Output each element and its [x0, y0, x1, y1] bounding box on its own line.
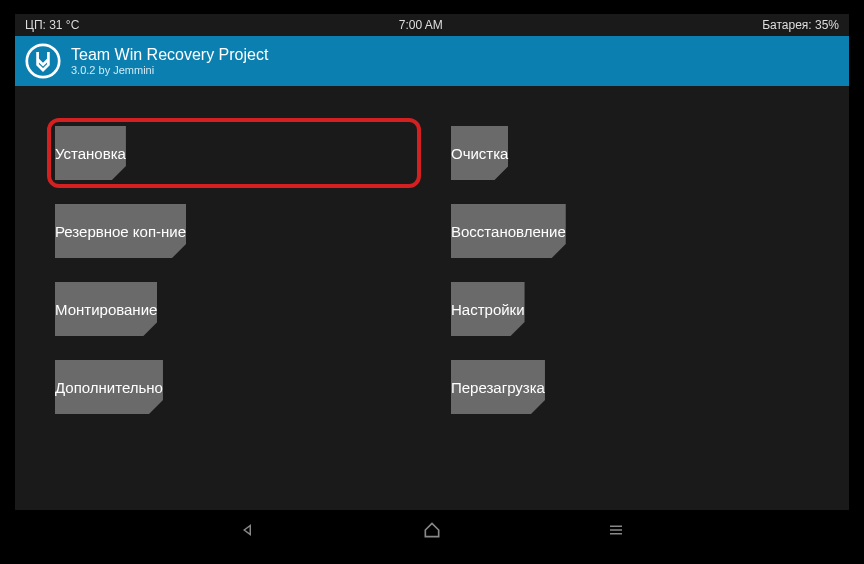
home-icon[interactable]: [420, 518, 444, 542]
main-menu: Установка Очистка Резервное коп-ние Восс…: [15, 86, 849, 434]
advanced-button[interactable]: Дополнительно: [55, 360, 163, 414]
backup-button[interactable]: Резервное коп-ние: [55, 204, 186, 258]
wipe-button[interactable]: Очистка: [451, 126, 508, 180]
restore-button[interactable]: Восстановление: [451, 204, 566, 258]
navigation-bar: [15, 510, 849, 550]
mount-button[interactable]: Монтирование: [55, 282, 157, 336]
app-subtitle: 3.0.2 by Jemmini: [71, 64, 268, 76]
status-bar: ЦП: 31 °C 7:00 AM Батарея: 35%: [15, 14, 849, 36]
cpu-temp: ЦП: 31 °C: [25, 18, 79, 32]
twrp-logo-icon: [25, 43, 61, 79]
battery-level: Батарея: 35%: [762, 18, 839, 32]
clock: 7:00 AM: [399, 18, 443, 32]
app-title: Team Win Recovery Project: [71, 46, 268, 64]
reboot-button[interactable]: Перезагрузка: [451, 360, 545, 414]
svg-point-0: [27, 45, 59, 77]
app-header: Team Win Recovery Project 3.0.2 by Jemmi…: [15, 36, 849, 86]
install-button[interactable]: Установка: [55, 126, 126, 180]
settings-button[interactable]: Настройки: [451, 282, 525, 336]
menu-icon[interactable]: [604, 518, 628, 542]
back-icon[interactable]: [236, 518, 260, 542]
